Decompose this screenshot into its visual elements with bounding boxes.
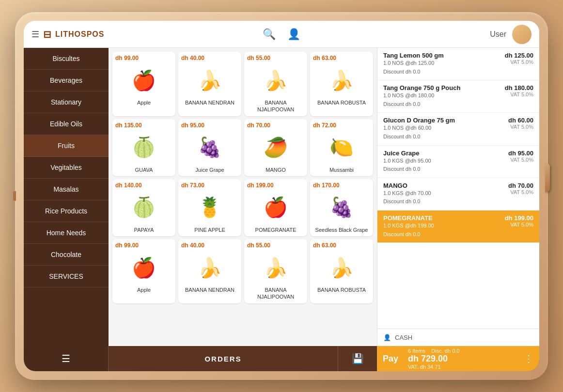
product-image: 🍇 <box>190 131 229 165</box>
product-image: 🍇 <box>322 191 361 225</box>
sidebar-item-biscultes[interactable]: Biscultes <box>24 48 109 70</box>
cart-item[interactable]: Tang Orange 750 g Pouch 1.0 NOS @dh 180.… <box>377 80 539 113</box>
cart-item-sub: 1.0 NOS @dh 180.00Discount dh 0.0 <box>383 91 460 108</box>
product-image: 🍈 <box>125 191 163 225</box>
product-name: BANANA NJALIPOOVAN <box>247 286 304 301</box>
sidebar-item-beverages[interactable]: Beverages <box>24 70 109 91</box>
product-card[interactable]: dh 40.00 🍌 BANANA NENDRAN <box>178 52 241 116</box>
product-card[interactable]: dh 55.00 🍌 BANANA NJALIPOOVAN <box>244 52 307 116</box>
product-card[interactable]: dh 199.00 🍎 POMEGRANATE <box>244 179 307 236</box>
product-image: 🍌 <box>190 251 229 285</box>
logo-icon: ⊟ <box>43 29 51 40</box>
save-button[interactable]: 💾 <box>338 346 377 371</box>
bottom-bar-center: ORDERS 💾 <box>109 346 377 371</box>
cart-item-vat: VAT 5.0% <box>508 124 533 130</box>
product-name: BANANA ROBUSTA <box>317 99 366 106</box>
side-button-right[interactable] <box>545 163 550 192</box>
sidebar-item-chocolate[interactable]: Chocolate <box>24 244 109 266</box>
cart-item[interactable]: MANGO 1.0 KGS @dh 70.00Discount dh 0.0 d… <box>377 178 539 211</box>
product-price: dh 95.00 <box>181 122 204 129</box>
cart-item-right: dh 60.00 VAT 5.0% <box>508 117 533 130</box>
sidebar-item-stationary[interactable]: Stationary <box>24 91 109 113</box>
product-price: dh 135.00 <box>115 122 142 129</box>
user-profile-icon[interactable]: 👤 <box>287 28 300 41</box>
cart-item-sub: 1.0 NOS @dh 60.00Discount dh 0.0 <box>383 124 455 141</box>
sidebar-item-home-needs[interactable]: Home Needs <box>24 222 109 244</box>
cart-item-name: Glucon D Orange 75 gm <box>383 117 455 124</box>
product-price: dh 170.00 <box>313 182 340 189</box>
product-card[interactable]: dh 99.00 🍎 Apple <box>112 239 175 303</box>
product-name: POMEGRANATE <box>255 226 297 233</box>
product-image: 🍌 <box>256 251 295 285</box>
cart-item-vat: VAT 5.0% <box>508 157 533 163</box>
cart-item-sub: 1.0 NOS @dh 125.00Discount dh 0.0 <box>383 59 444 76</box>
cart-item-vat: VAT 5.0% <box>505 222 533 227</box>
sidebar-item-vegitables[interactable]: Vegitables <box>24 157 109 179</box>
cart-item[interactable]: POMEGRANATE 1.0 KGS @dh 199.00Discount d… <box>377 211 539 243</box>
cart-item-right: dh 125.00 VAT 5.0% <box>505 52 533 65</box>
cart-item-row: POMEGRANATE 1.0 KGS @dh 199.00Discount d… <box>383 214 533 239</box>
sidebar-item-rice-products[interactable]: Rice Products <box>24 200 109 222</box>
product-card[interactable]: dh 40.00 🍌 BANANA NENDRAN <box>178 239 241 303</box>
cart-item-vat: VAT 5.0% <box>508 189 533 195</box>
cart-item-sub: 1.0 KGS @dh 70.00Discount dh 0.0 <box>383 189 431 206</box>
product-card[interactable]: dh 135.00 🍈 GUAVA <box>112 119 175 176</box>
product-name: BANANA NJALIPOOVAN <box>247 99 304 113</box>
bottom-hamburger-icon[interactable]: ☰ <box>62 353 70 364</box>
product-image: 🍎 <box>256 191 295 225</box>
product-name: PAPAYA <box>134 226 154 233</box>
product-area: dh 99.00 🍎 Apple dh 40.00 🍌 BANANA NENDR… <box>109 48 377 346</box>
cart-item[interactable]: Juice Grape 1.0 KGS @dh 95.00Discount dh… <box>377 146 539 178</box>
product-card[interactable]: dh 63.00 🍌 BANANA ROBUSTA <box>310 239 373 303</box>
logo-text: LITHOSPOS <box>55 30 104 39</box>
hamburger-icon[interactable]: ☰ <box>31 29 39 40</box>
product-card[interactable]: dh 72.00 🍋 Mussambi <box>310 119 373 176</box>
product-card[interactable]: dh 99.00 🍎 Apple <box>112 52 175 116</box>
product-price: dh 55.00 <box>247 55 270 61</box>
product-image: 🍌 <box>190 63 229 97</box>
product-card[interactable]: dh 63.00 🍌 BANANA ROBUSTA <box>310 52 373 116</box>
header-right: User <box>435 25 532 44</box>
product-card[interactable]: dh 140.00 🍈 PAPAYA <box>112 179 175 236</box>
product-card[interactable]: dh 55.00 🍌 BANANA NJALIPOOVAN <box>244 239 307 303</box>
product-image: 🥭 <box>256 131 295 165</box>
sidebar-item-edible-oils[interactable]: Edible Oils <box>24 113 109 135</box>
product-price: dh 40.00 <box>181 242 204 249</box>
bottom-bar: ☰ ORDERS 💾 Pay 6 Items Disc. dh 0.0 dh 7… <box>24 346 539 371</box>
cart-item-sub: 1.0 KGS @dh 199.00Discount dh 0.0 <box>383 222 434 239</box>
product-card[interactable]: dh 73.00 🍍 PINE APPLE <box>178 179 241 236</box>
cart-item-vat: VAT 5.0% <box>505 59 533 65</box>
cart-item[interactable]: Tang Lemon 500 gm 1.0 NOS @dh 125.00Disc… <box>377 48 539 80</box>
cart-item-right: dh 180.00 VAT 5.0% <box>505 84 533 97</box>
pay-items-count: 6 Items Disc. dh 0.0 <box>408 348 520 354</box>
product-name: BANANA NENDRAN <box>185 99 235 106</box>
search-icon[interactable]: 🔍 <box>263 28 276 41</box>
user-avatar[interactable] <box>512 25 532 44</box>
product-price: dh 72.00 <box>313 122 336 129</box>
cart-items: Tang Lemon 500 gm 1.0 NOS @dh 125.00Disc… <box>377 48 539 329</box>
pay-button[interactable]: Pay <box>383 354 404 364</box>
cart-item-price: dh 70.00 <box>508 182 533 189</box>
header-left: ☰ ⊟ LITHOSPOS <box>31 29 128 40</box>
product-name: BANANA NENDRAN <box>185 286 235 293</box>
sidebar-item-fruits[interactable]: Fruits <box>24 135 109 157</box>
product-card[interactable]: dh 70.00 🥭 MANGO <box>244 119 307 176</box>
product-price: dh 55.00 <box>247 242 270 249</box>
sidebar-item-masalas[interactable]: Masalas <box>24 179 109 200</box>
cart-item[interactable]: Glucon D Orange 75 gm 1.0 NOS @dh 60.00D… <box>377 113 539 145</box>
sidebar-item-services[interactable]: SERVICES <box>24 266 109 287</box>
product-name: Juice Grape <box>195 166 224 173</box>
more-options-icon[interactable]: ⋮ <box>524 353 533 364</box>
product-image: 🍍 <box>190 191 229 225</box>
orders-button[interactable]: ORDERS <box>109 346 338 371</box>
cart-item-row: Glucon D Orange 75 gm 1.0 NOS @dh 60.00D… <box>383 117 533 141</box>
cart-item-row: Tang Lemon 500 gm 1.0 NOS @dh 125.00Disc… <box>383 52 533 76</box>
product-price: dh 99.00 <box>115 242 139 249</box>
product-card[interactable]: dh 95.00 🍇 Juice Grape <box>178 119 241 176</box>
product-image: 🍎 <box>125 251 163 285</box>
product-card[interactable]: dh 170.00 🍇 Seedless Black Grape <box>310 179 373 236</box>
side-button-left[interactable] <box>13 191 16 201</box>
pay-section: Pay 6 Items Disc. dh 0.0 dh 729.00 VAT. … <box>377 346 539 371</box>
cart-item-row: MANGO 1.0 KGS @dh 70.00Discount dh 0.0 d… <box>383 182 533 206</box>
product-price: dh 199.00 <box>247 182 274 189</box>
